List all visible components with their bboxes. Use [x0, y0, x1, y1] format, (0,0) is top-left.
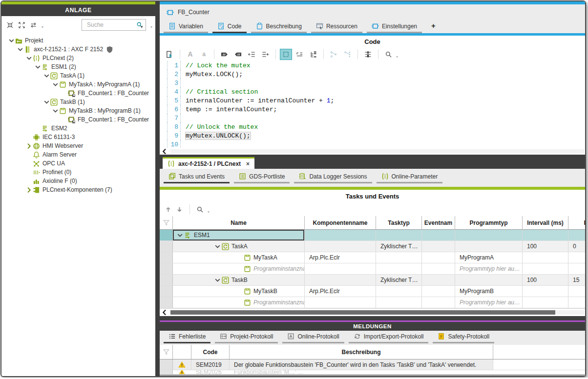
cell-pri[interactable]: [568, 263, 585, 274]
cell-intervall-ms[interactable]: [523, 230, 568, 240]
code-line[interactable]: 1// Lock the mutex: [167, 61, 585, 70]
watch-list-button[interactable]: [362, 49, 374, 60]
editor-tab-einstellungen[interactable]: Einstellungen: [367, 21, 422, 33]
column-header-name[interactable]: Name: [173, 216, 305, 229]
arrow-up-icon[interactable]: [165, 206, 172, 213]
tree-item-esm1-2[interactable]: ESM1 (2): [1, 62, 155, 71]
controller-document-tab[interactable]: axc-f-2152-1 / PLCnext ×: [163, 157, 254, 169]
row-header[interactable]: [160, 263, 173, 274]
column-header-programmtyp[interactable]: Programmtyp: [455, 216, 523, 229]
chevron-down-icon[interactable]: [8, 37, 15, 44]
indent-decrease-button[interactable]: [246, 49, 258, 60]
column-header-beschreibung[interactable]: Beschreibung: [230, 345, 493, 359]
tree-item-hmi-webserver[interactable]: HMI Webserver: [1, 141, 155, 150]
name-cell[interactable]: TaskB: [173, 275, 305, 285]
cell-pri[interactable]: 15: [568, 275, 585, 285]
tree-item-alarm-server[interactable]: Alarm Server: [1, 150, 155, 159]
row-header[interactable]: [160, 275, 173, 285]
code-line[interactable]: 8// Unlock the mutex: [167, 122, 585, 131]
scroll-thumb[interactable]: [170, 310, 555, 315]
font-large-button[interactable]: A: [184, 49, 196, 60]
tasks-table-row[interactable]: Programminstanzname hier eingebenProgram…: [160, 297, 585, 308]
tree-item-esm2[interactable]: ESM2: [1, 124, 155, 133]
messages-tab-safety-protokoll[interactable]: Safety-Protokoll: [433, 332, 494, 343]
cell-tasktyp[interactable]: Zyklischer T…: [376, 275, 422, 285]
code-line[interactable]: 10: [167, 140, 585, 148]
tasks-hscrollbar[interactable]: [160, 308, 585, 316]
chevron-down-icon[interactable]: [214, 277, 221, 284]
code-line[interactable]: 3: [167, 79, 585, 87]
name-cell[interactable]: Programminstanzname hier eingeben: [173, 297, 305, 308]
code-editor[interactable]: 1// Lock the mutex2myMutex.LOCK();34// C…: [160, 61, 585, 148]
filter-column-header[interactable]: [160, 216, 173, 229]
collapse-all-icon[interactable]: [6, 21, 14, 29]
row-header[interactable]: [160, 359, 173, 370]
column-header-tasktyp[interactable]: Tasktyp: [376, 216, 422, 229]
cell-komponentenname[interactable]: [305, 297, 376, 308]
tree-item-mytaskb-myprogramb-1[interactable]: MyTaskB : MyProgramB (1): [1, 106, 155, 115]
chevron-down-icon[interactable]: [25, 55, 33, 62]
column-header-pri[interactable]: Pri: [568, 216, 585, 229]
cell-eventnam[interactable]: [422, 241, 455, 252]
comment-remove-button[interactable]: [232, 49, 244, 60]
cell-tasktyp[interactable]: Zyklischer T…: [376, 241, 422, 252]
search-options-caret-icon[interactable]: ▾: [150, 25, 152, 29]
sync-arrows-icon[interactable]: [30, 21, 37, 29]
row-header[interactable]: [160, 370, 173, 374]
message-row[interactable]: SEM2019Der globale Funktionsbaustein 'FB…: [160, 359, 585, 370]
tree-item-fb-counter1-fb-counter[interactable]: FB_Counter1 : FB_Counter: [1, 115, 155, 124]
controller-tab-gds-portliste[interactable]: GDS-Portliste: [234, 172, 290, 183]
tasks-table-row[interactable]: MyTaskAArp.Plc.EclrMyProgramA: [160, 252, 585, 263]
code-line[interactable]: 5internalCounter := internalCounter + 1;: [167, 96, 585, 105]
row-header[interactable]: [160, 241, 173, 252]
cell-tasktyp[interactable]: [376, 230, 422, 240]
tree-item-projekt[interactable]: Projekt: [1, 36, 155, 45]
name-cell[interactable]: Programminstanzname hier eingeben: [173, 263, 305, 274]
chevron-down-icon[interactable]: [52, 107, 59, 115]
tree-item-axioline-f-0[interactable]: Axioline F (0): [1, 177, 155, 185]
cell-komponentenname[interactable]: [305, 241, 376, 252]
row-header[interactable]: [160, 252, 173, 263]
tree-item-opc-ua[interactable]: OPC UA: [1, 159, 155, 168]
column-header-code[interactable]: Code: [191, 345, 230, 359]
tasks-table-row[interactable]: MyTaskBArp.Plc.EclrMyProgramB: [160, 286, 585, 297]
tree-item-plcnext-2[interactable]: PLCnext (2): [1, 54, 155, 62]
tree-item-plcnext-komponenten-7[interactable]: PLCnext-Komponenten (7): [1, 185, 155, 194]
editor-tab-variablen[interactable]: Variablen: [164, 21, 208, 33]
tree-item-profinet-0[interactable]: Profinet (0): [1, 168, 155, 177]
messages-hscrollbar[interactable]: [160, 375, 585, 376]
code-line[interactable]: 6temp := internalCounter;: [167, 105, 585, 114]
messages-tab-online-protokoll[interactable]: Online-Protokoll: [282, 332, 344, 343]
search-caret-icon[interactable]: ▾: [396, 55, 398, 59]
search-caret-icon[interactable]: ▾: [208, 210, 210, 214]
editor-tab-ressourcen[interactable]: Ressourcen: [311, 21, 362, 33]
tree-item-taskb-1[interactable]: TaskB (1): [1, 98, 155, 106]
cell-eventnam[interactable]: [422, 275, 455, 285]
select-pointer-button[interactable]: [164, 49, 176, 60]
cell-eventnam[interactable]: [422, 230, 455, 240]
name-cell[interactable]: TaskA: [173, 241, 305, 252]
expand-all-icon[interactable]: [18, 21, 25, 29]
cell-intervall-ms[interactable]: [523, 263, 568, 274]
row-header[interactable]: [160, 286, 173, 297]
editor-tab-beschreibung[interactable]: Beschreibung: [251, 21, 307, 33]
column-header-komponentenname[interactable]: Komponentenname: [305, 216, 376, 229]
name-cell[interactable]: ESM1: [173, 230, 305, 240]
tasks-table-row[interactable]: Programminstanzname hier eingebenProgram…: [160, 263, 585, 275]
structure-tree-button[interactable]: [307, 49, 319, 60]
cell-tasktyp[interactable]: [376, 297, 422, 308]
chevron-down-icon[interactable]: [52, 81, 59, 88]
tree-item-iec-61131-3[interactable]: IEC 61131-3: [1, 133, 155, 141]
editor-tab-code[interactable]: Code: [212, 21, 247, 33]
search-button[interactable]: [382, 49, 395, 60]
cell-pri[interactable]: [568, 286, 585, 297]
chevron-down-icon[interactable]: [176, 232, 184, 239]
tree-item-mytaska-myprograma-1[interactable]: MyTaskA : MyProgramA (1): [1, 80, 155, 89]
cell-intervall-ms[interactable]: [523, 297, 568, 308]
cell-komponentenname[interactable]: [305, 275, 376, 285]
cell-intervall-ms[interactable]: 100: [523, 275, 568, 285]
comment-insert-button[interactable]: [218, 49, 231, 60]
code-line[interactable]: 2myMutex.LOCK();: [167, 70, 585, 79]
search-filter-icon[interactable]: [136, 21, 144, 29]
search-icon[interactable]: [196, 206, 204, 213]
